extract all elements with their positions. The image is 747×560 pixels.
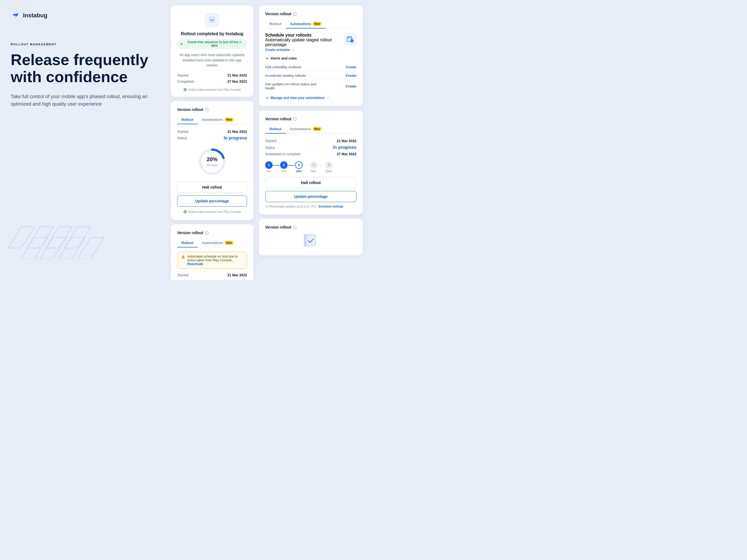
tab-automations-3[interactable]: Automations New [198,239,238,247]
halt-rollout-button-r[interactable]: Halt rollout [265,177,356,188]
warning-icon: ⚠️ [181,255,185,259]
hero-title: Release frequentlywith confidence [11,51,160,85]
started-label-r: Started [265,139,276,143]
svg-text:i: i [294,226,295,229]
progress-sublabel: Of users [206,163,218,166]
step-3: 3 [295,161,303,169]
info-icon: i [205,108,209,111]
rollout-badge: ROLLOUT MANAGEMENT [11,43,160,46]
connector-3-4 [303,165,309,166]
logo-text: Instabug [23,12,48,19]
svg-text:i: i [294,118,295,120]
tab-automations-steps[interactable]: Automations New [286,125,326,134]
create-btn-1[interactable]: Create [346,65,356,69]
progress-pct: 20% [206,156,218,162]
warning-box: ⚠️ Automated schedule on hold due to act… [177,252,247,269]
status-value-3: In progress [224,279,247,280]
manage-link[interactable]: Manage and view your automations → [265,96,356,100]
step-4: 4 [310,161,317,169]
svg-rect-35 [306,234,316,246]
card-rollout-progress: Version rollout i Rollout Automations Ne… [171,101,253,220]
step-2: 2 [280,161,288,169]
tab-automations[interactable]: Automations New [198,115,238,124]
tabs-steps: Rollout Automations New [265,125,356,134]
progress-circle: 20% Of users [198,147,227,176]
version-title: Version rollout [177,107,203,112]
connector-2-3 [288,165,294,166]
hero-subtitle: Take full control of your mobile app's p… [11,93,160,108]
info-icon-auto: i [293,12,297,16]
alert-row-2: Accelerate healthy rollouts Create [265,72,356,79]
tab-rollout-auto[interactable]: Rollout [265,20,286,29]
alerts-section: ★ Alerts and rules Halt unhealthy roullo… [265,56,356,92]
version-title-bottom: Version rollout [265,225,291,229]
status-label: Status [177,136,187,140]
scheduled-value: 27 Mar 2022 [337,152,356,156]
card-automations: Version rollout i Rollout Automations Ne… [259,5,363,106]
svg-text:i: i [206,232,207,234]
version-title-auto: Version rollout [265,12,291,16]
hero-section: ROLLOUT MANAGEMENT Release frequentlywit… [11,43,160,108]
started-label: Started [177,130,188,134]
svg-text:i: i [294,13,295,15]
card-completed: Rollout completed by Instabug ★ Crash-fr… [171,5,253,97]
info-icon-bottom: i [293,225,297,229]
create-btn-2[interactable]: Create [346,74,356,78]
create-schedule-link[interactable]: Create schedule → [265,48,294,52]
tab-automations-auto[interactable]: Automations New [286,20,326,29]
schedule-title: Schedule your rollouts [265,33,344,37]
svg-text:★: ★ [266,57,268,60]
info-icon-steps: i [293,117,297,121]
version-title-3: Version rollout [177,231,203,235]
connector-4-5 [318,165,325,166]
cards-right-column: Version rollout i Rollout Automations Ne… [259,5,363,256]
card-rollout-warning: Version rollout i Rollout Automations Ne… [171,224,253,280]
update-percentage-button[interactable]: Update percentage [177,195,247,207]
step-1: 1 [265,161,273,169]
completed-value: 27 Mar 2022 [227,79,247,83]
play-console-note-2: Rollout data received from Play Console [177,210,247,214]
tab-rollout-steps[interactable]: Rollout [265,125,286,134]
completed-label: Completed [177,79,194,83]
cards-middle-column: Rollout completed by Instabug ★ Crash-fr… [171,5,253,280]
svg-text:⚡: ⚡ [266,205,269,208]
play-console-note: Rollout data received from Play Console [177,88,247,91]
tab-rollout[interactable]: Rollout [177,115,198,124]
alerts-icon: ★ [265,56,269,60]
percentage-note: ⚡ Percentage updates at 12 a.m. UTC, Sch… [265,205,356,208]
reactivate-link[interactable]: Reactivate [187,262,203,266]
svg-text:★: ★ [181,43,183,45]
tab-rollout-3[interactable]: Rollout [177,239,198,247]
tabs-rollout: Rollout Automations New [177,115,247,124]
started-value-3: 21 Mar 2022 [227,273,247,277]
crash-free-badge: ★ Crash-free sessions in last 24 hrs > 9… [177,39,247,49]
create-btn-3[interactable]: Create [346,84,356,88]
step-5: 5 [325,161,332,169]
partial-icon [300,233,321,249]
svg-text:i: i [206,109,207,111]
svg-point-27 [265,96,269,100]
started-label-3: Started [177,273,188,277]
svg-rect-2 [210,17,215,22]
schedule-section: Schedule your rollouts Automatically upd… [265,33,356,52]
completed-icon [205,13,220,28]
schedule-settings-link[interactable]: Schedule settings [318,205,343,208]
version-card-header: Version rollout i [177,107,247,112]
decorative-shapes [5,205,160,259]
status-label-r: Status [265,145,275,150]
progress-wrap: 20% Of users [177,147,247,176]
started-value: 21 Mar 2022 [227,73,247,77]
new-badge: New [225,117,233,122]
halt-rollout-button[interactable]: Halt rollout [177,182,247,193]
schedule-icon [344,33,356,46]
update-percentage-button-r[interactable]: Update percentage [265,191,356,202]
connector-1-2 [273,165,280,166]
card-version-bottom: Version rollout i [259,219,363,256]
completed-title: Rollout completed by Instabug [177,31,247,36]
instabug-logo-icon [11,11,20,20]
status-label-3: Status [177,279,187,280]
started-value-r: 21 Mar 2022 [337,139,356,143]
card-rollout-steps: Version rollout i Rollout Automations Ne… [259,110,363,214]
tabs-rollout-3: Rollout Automations New [177,239,247,247]
svg-point-26 [266,97,268,99]
